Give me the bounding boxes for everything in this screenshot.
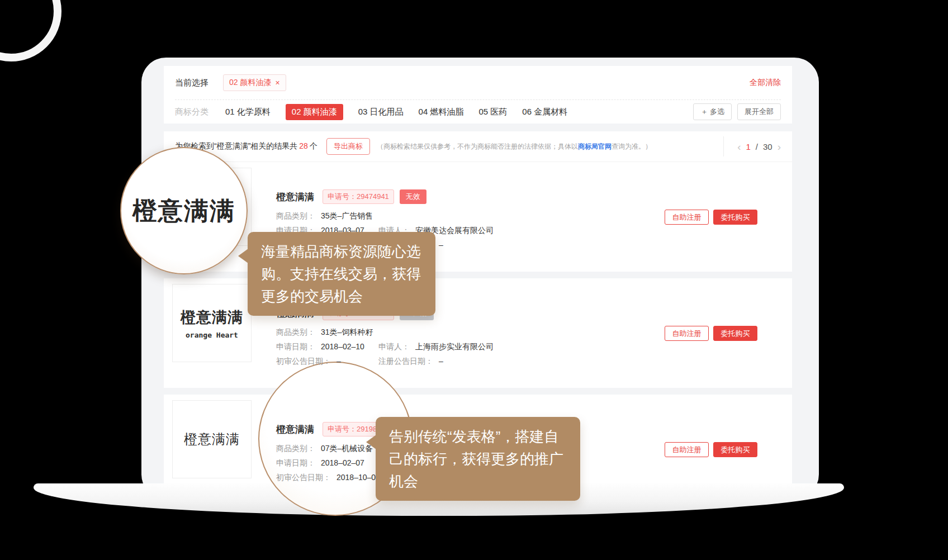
callout-bubble-2: 告别传统“发表格”，搭建自己的标行，获得更多的推广机会 <box>376 417 580 501</box>
apply-date-value: 2018–02–10 <box>321 342 364 351</box>
category-label: 商品类别： <box>276 328 315 336</box>
application-number-chip: 申请号：29474941 <box>323 189 394 204</box>
prev-page-icon[interactable]: ‹ <box>737 141 741 152</box>
results-unit: 个 <box>310 141 317 150</box>
selected-filter-tag[interactable]: 02 颜料油漆 × <box>223 74 286 91</box>
selected-filter-tag-label: 02 颜料油漆 <box>229 78 271 88</box>
category-tools: ＋ 多选 展开全部 <box>693 103 781 120</box>
results-header: 为您检索到“橙意满满”相关的结果共28个 导出商标 （商标检索结果仅供参考，不作… <box>164 131 792 162</box>
entrust-buy-button[interactable]: 委托购买 <box>713 326 757 341</box>
application-number-label: 申请号： <box>328 192 357 201</box>
application-number-value: 29474941 <box>357 192 389 201</box>
entrust-buy-button[interactable]: 委托购买 <box>713 210 757 225</box>
reg-notice-label: 注册公告日期： <box>378 357 433 366</box>
callout-text: 海量精品商标资源随心选购。支持在线交易，获得更多的交易机会 <box>261 240 422 307</box>
first-notice-label: 初审公告日期： <box>276 357 331 366</box>
disclaimer-before: （商标检索结果仅供参考，不作为商标能否注册的法律依据；具体以 <box>377 143 578 150</box>
self-register-button[interactable]: 自助注册 <box>665 326 709 341</box>
category-value: 07类–机械设备 <box>321 444 373 453</box>
first-notice-value: 2018–10–06 <box>336 473 380 482</box>
category-value: 35类–广告销售 <box>321 211 373 220</box>
trademark-office-link[interactable]: 商标局官网 <box>578 143 612 150</box>
callout-bubble-1: 海量精品商标资源随心选购。支持在线交易，获得更多的交易机会 <box>248 232 435 316</box>
next-page-icon[interactable]: › <box>778 141 781 152</box>
category-tab-06[interactable]: 06 金属材料 <box>522 107 567 117</box>
entrust-buy-button[interactable]: 委托购买 <box>713 442 757 457</box>
trademark-image-3[interactable]: 橙意满满 <box>172 400 252 478</box>
current-page: 1 <box>746 142 750 151</box>
pagination: ‹ 1 / 30 › <box>723 136 781 156</box>
self-register-button[interactable]: 自助注册 <box>665 442 709 457</box>
status-badge: 无效 <box>400 189 426 204</box>
trademark-text: 橙意满满 <box>181 307 243 328</box>
remove-filter-icon[interactable]: × <box>275 78 279 87</box>
magnified-trademark-text: 橙意满满 <box>132 194 235 227</box>
expand-all-button[interactable]: 展开全部 <box>737 103 781 120</box>
apply-date-value: 2018–02–07 <box>321 458 364 467</box>
applicant-label: 申请人： <box>378 342 410 351</box>
category-label: 商品类别： <box>276 444 315 453</box>
first-notice-label: 初审公告日期： <box>276 473 331 482</box>
disclaimer-after: 查询为准。） <box>612 143 652 150</box>
category-tab-04[interactable]: 04 燃料油脂 <box>419 107 464 117</box>
stage: 当前选择 02 颜料油漆 × 全部清除 商标分类 01 化学原料 02 颜料油漆… <box>0 0 948 560</box>
category-bar: 商标分类 01 化学原料 02 颜料油漆 03 日化用品 04 燃料油脂 05 … <box>164 100 792 124</box>
category-label: 商品类别： <box>276 211 315 220</box>
reg-notice-value: – <box>439 357 443 366</box>
total-pages: 30 <box>763 142 772 151</box>
category-tab-02-active[interactable]: 02 颜料油漆 <box>286 104 343 120</box>
category-tab-03[interactable]: 03 日化用品 <box>358 107 404 117</box>
apply-date-label: 申请日期： <box>276 458 315 467</box>
self-register-button[interactable]: 自助注册 <box>665 210 709 225</box>
applicant-value: 上海雨步实业有限公司 <box>415 342 494 351</box>
category-tab-01[interactable]: 01 化学原料 <box>225 107 271 117</box>
filter-panel: 当前选择 02 颜料油漆 × 全部清除 商标分类 01 化学原料 02 颜料油漆… <box>164 66 792 124</box>
trademark-name[interactable]: 橙意满满 <box>276 191 314 203</box>
trademark-image-2[interactable]: 橙意满满 orange Heart <box>172 284 252 362</box>
magnifier-circle: 橙意满满 <box>120 147 248 274</box>
export-trademarks-button[interactable]: 导出商标 <box>326 138 370 155</box>
trademark-text: 橙意满满 <box>184 430 240 448</box>
current-selection-row: 当前选择 02 颜料油漆 × 全部清除 <box>164 66 792 99</box>
current-selection-label: 当前选择 <box>175 78 208 88</box>
trademark-name[interactable]: 橙意满满 <box>276 423 314 436</box>
background-card-corner <box>0 0 61 61</box>
trademark-subtext: orange Heart <box>186 331 238 339</box>
apply-date-label: 申请日期： <box>276 342 315 351</box>
category-value: 31类–饲料种籽 <box>321 328 373 336</box>
disclaimer-text: （商标检索结果仅供参考，不作为商标能否注册的法律依据；具体以商标局官网查询为准。… <box>377 142 652 151</box>
page-separator: / <box>756 142 758 151</box>
first-notice-value: – <box>336 357 341 366</box>
multi-select-button[interactable]: ＋ 多选 <box>693 103 732 120</box>
results-count: 28 <box>297 141 310 150</box>
category-bar-label: 商标分类 <box>175 107 208 117</box>
category-tab-05[interactable]: 05 医药 <box>478 107 507 117</box>
clear-all-link[interactable]: 全部清除 <box>750 78 781 88</box>
reg-notice-value: – <box>439 240 443 249</box>
application-number-label: 申请号： <box>328 425 357 433</box>
callout-text: 告别传统“发表格”，搭建自己的标行，获得更多的推广机会 <box>389 425 567 492</box>
